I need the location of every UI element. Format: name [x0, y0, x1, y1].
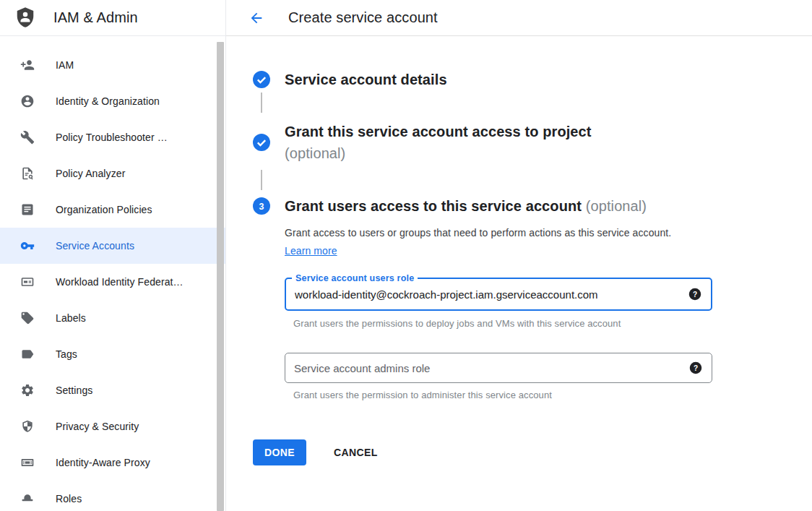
policy-analyzer-icon: [20, 166, 35, 181]
sidebar-item-settings[interactable]: Settings: [0, 372, 225, 408]
sidebar: IAM & Admin IAM Identity & Organization …: [0, 0, 226, 511]
sidebar-nav: IAM Identity & Organization Policy Troub…: [0, 36, 225, 511]
sidebar-item-label: Policy Troubleshooter …: [56, 132, 168, 143]
step-3-grant-users-access[interactable]: 3 Grant users access to this service acc…: [226, 195, 812, 217]
main-panel: Create service account Service account d…: [226, 0, 812, 511]
sidebar-item-label: Policy Analyzer: [56, 168, 125, 179]
help-icon[interactable]: ?: [689, 361, 702, 374]
sidebar-item-label: Settings: [56, 385, 92, 396]
step-optional-label: (optional): [285, 142, 592, 164]
form-actions: DONE CANCEL: [253, 439, 812, 465]
sidebar-item-label: Workload Identity Federat…: [56, 276, 183, 288]
svg-text:3: 3: [259, 202, 264, 212]
admins-role-helper-text: Grant users the permission to administer…: [293, 390, 698, 400]
service-account-users-role-field: Service account users role ?: [285, 278, 712, 311]
check-circle-icon: [253, 71, 270, 88]
sidebar-item-label: Roles: [56, 493, 82, 504]
sidebar-item-privacy-security[interactable]: Privacy & Security: [0, 408, 225, 445]
sidebar-item-labels[interactable]: Labels: [0, 300, 225, 336]
sidebar-item-label: IAM: [56, 59, 74, 71]
org-policies-icon: [20, 202, 35, 217]
iam-shield-person-icon: [14, 7, 36, 30]
service-account-admins-role-field: ?: [285, 353, 712, 383]
sidebar-item-identity-organization[interactable]: Identity & Organization: [0, 83, 225, 119]
step-title: Grant this service account access to pro…: [285, 121, 592, 142]
step-2-grant-access-to-project[interactable]: Grant this service account access to pro…: [226, 121, 812, 164]
sidebar-item-label: Privacy & Security: [56, 421, 139, 432]
sidebar-item-label: Organization Policies: [56, 204, 152, 215]
tag-arrow-icon: [20, 347, 35, 361]
hat-icon: [20, 491, 35, 506]
step-3-form: Service account users role ? Grant users…: [285, 278, 812, 400]
learn-more-link[interactable]: Learn more: [285, 245, 337, 257]
users-role-field-label: Service account users role: [292, 272, 418, 285]
sidebar-item-label: Identity & Organization: [56, 95, 160, 107]
sidebar-item-workload-identity-federation[interactable]: Workload Identity Federat…: [0, 264, 225, 300]
step-title: Service account details: [285, 69, 447, 90]
sidebar-item-organization-policies[interactable]: Organization Policies: [0, 192, 225, 228]
proxy-icon: [20, 455, 35, 470]
service-account-key-icon: [20, 239, 35, 253]
step-connector: [261, 170, 262, 190]
stepper: Service account details Grant this servi…: [226, 36, 812, 465]
sidebar-item-roles[interactable]: Roles: [0, 481, 225, 511]
account-circle-icon: [20, 94, 35, 108]
sidebar-item-policy-analyzer[interactable]: Policy Analyzer: [0, 155, 225, 192]
back-arrow-icon[interactable]: [248, 9, 265, 27]
step-3-number-badge: 3: [253, 197, 270, 215]
sidebar-item-identity-aware-proxy[interactable]: Identity-Aware Proxy: [0, 445, 225, 481]
shield-icon: [20, 419, 35, 434]
done-button[interactable]: DONE: [253, 439, 306, 465]
step-3-description: Grant access to users or groups that nee…: [285, 224, 696, 260]
step-1-service-account-details[interactable]: Service account details: [226, 69, 812, 90]
person-add-icon: [20, 58, 35, 72]
sidebar-title: IAM & Admin: [53, 9, 138, 26]
sidebar-item-label: Labels: [56, 312, 86, 324]
step-connector: [261, 93, 262, 113]
sidebar-item-service-accounts[interactable]: Service Accounts: [0, 228, 225, 264]
page-header: Create service account: [226, 0, 812, 36]
svg-text:?: ?: [694, 364, 698, 372]
sidebar-item-iam[interactable]: IAM: [0, 47, 225, 83]
sidebar-item-tags[interactable]: Tags: [0, 336, 225, 372]
check-circle-icon: [253, 134, 270, 151]
label-tag-icon: [20, 311, 35, 325]
users-role-helper-text: Grant users the permissions to deploy jo…: [293, 318, 698, 329]
admins-role-input[interactable]: [285, 353, 712, 382]
page-title: Create service account: [288, 9, 438, 26]
step-title: Grant users access to this service accou…: [285, 198, 582, 214]
sidebar-scrollbar-thumb[interactable]: [217, 42, 224, 511]
sidebar-item-policy-troubleshooter[interactable]: Policy Troubleshooter …: [0, 119, 225, 155]
sidebar-item-label: Identity-Aware Proxy: [56, 457, 150, 468]
sidebar-item-label: Service Accounts: [56, 240, 134, 252]
help-icon[interactable]: ?: [688, 288, 701, 301]
identity-card-icon: [20, 275, 35, 289]
wrench-icon: [20, 130, 35, 145]
sidebar-item-label: Tags: [56, 348, 77, 360]
gear-icon: [20, 383, 35, 398]
sidebar-header: IAM & Admin: [0, 0, 225, 36]
step-optional-label: (optional): [586, 198, 647, 214]
cancel-button[interactable]: CANCEL: [328, 439, 384, 465]
svg-text:?: ?: [693, 291, 697, 299]
